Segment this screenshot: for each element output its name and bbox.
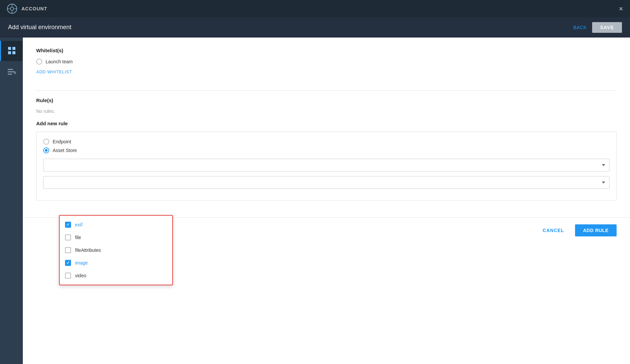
checkbox-file[interactable] (65, 234, 71, 240)
cancel-button[interactable]: CANCEL (536, 224, 571, 236)
dropdown-scroll-area[interactable]: exif file fileAttributes image video (60, 216, 172, 285)
svg-rect-11 (8, 71, 15, 72)
header-actions: BACK SAVE (573, 22, 622, 33)
svg-rect-12 (8, 74, 12, 75)
sidebar (0, 38, 23, 364)
check-item-file[interactable]: file (60, 231, 172, 244)
svg-rect-8 (8, 51, 11, 54)
check-label-video: video (75, 273, 86, 278)
top-bar: ACCOUNT × (0, 0, 630, 17)
sidebar-item-dashboard[interactable] (0, 41, 23, 61)
radio-circle-endpoint (43, 139, 49, 145)
check-label-exif: exif (75, 222, 82, 227)
dropdown-overlay: exif file fileAttributes image video (59, 215, 173, 285)
radio-circle-launch-team (36, 59, 42, 65)
rule-type-group: Endpoint Asset Store (43, 139, 610, 153)
svg-rect-10 (8, 69, 13, 70)
checkbox-video[interactable] (65, 273, 71, 279)
checkbox-fileattributes[interactable] (65, 247, 71, 253)
rule-field-dropdown-row (43, 176, 610, 189)
rules-title: Rule(s) (36, 97, 617, 103)
add-new-rule-title: Add new rule (36, 121, 617, 126)
app-title: ACCOUNT (21, 6, 47, 11)
rule-type-asset-store[interactable]: Asset Store (43, 147, 610, 153)
tasks-icon (7, 67, 16, 77)
radio-circle-asset-store (43, 147, 49, 153)
asset-store-dropdown-row (43, 159, 610, 171)
check-item-image[interactable]: image (60, 257, 172, 269)
checkbox-image[interactable] (65, 260, 71, 266)
svg-rect-9 (12, 51, 15, 54)
rules-section: Rule(s) No rules. (36, 97, 617, 114)
check-label-file: file (75, 235, 81, 240)
svg-rect-6 (8, 47, 11, 50)
top-bar-left: ACCOUNT (7, 3, 47, 14)
close-button[interactable]: × (619, 5, 623, 12)
whitelist-section: Whitelist(s) Launch team ADD WHITELIST (36, 48, 617, 84)
check-item-exif[interactable]: exif (60, 218, 172, 231)
check-label-image: image (75, 260, 88, 266)
check-item-fileattributes[interactable]: fileAttributes (60, 244, 172, 257)
grid-icon (7, 46, 16, 55)
checkbox-exif[interactable] (65, 222, 71, 228)
rule-box: Endpoint Asset Store (36, 132, 617, 201)
app-logo-icon (7, 3, 17, 14)
add-rule-button[interactable]: ADD RULE (575, 224, 617, 236)
section-divider-1 (36, 90, 617, 91)
sidebar-item-tasks[interactable] (0, 62, 23, 82)
page-title: Add virtual environment (8, 24, 71, 31)
content-inner: Whitelist(s) Launch team ADD WHITELIST R… (23, 38, 630, 217)
asset-store-select[interactable] (43, 159, 610, 171)
back-button[interactable]: BACK (573, 25, 587, 30)
check-label-fileattributes: fileAttributes (75, 247, 101, 253)
rule-type-asset-store-label: Asset Store (53, 148, 77, 153)
main-layout: ‹‹ Whitelist(s) Launch team ADD WHITELIS… (0, 38, 630, 364)
add-whitelist-button[interactable]: ADD WHITELIST (36, 69, 72, 74)
whitelist-title: Whitelist(s) (36, 48, 617, 53)
save-button[interactable]: SAVE (592, 22, 622, 33)
svg-rect-7 (12, 47, 15, 50)
whitelist-label-launch-team: Launch team (46, 59, 73, 64)
svg-point-1 (10, 7, 14, 10)
sub-header: Add virtual environment BACK SAVE (0, 17, 630, 38)
whitelist-option-launch-team[interactable]: Launch team (36, 59, 617, 65)
content-area: Whitelist(s) Launch team ADD WHITELIST R… (23, 38, 630, 364)
rule-field-select[interactable] (43, 176, 610, 189)
add-new-rule-section: Add new rule Endpoint Asset Store (36, 121, 617, 201)
check-item-video[interactable]: video (60, 269, 172, 282)
no-rules-text: No rules. (36, 108, 617, 114)
rule-type-endpoint[interactable]: Endpoint (43, 139, 610, 145)
whitelist-radio-group: Launch team (36, 59, 617, 65)
rule-type-endpoint-label: Endpoint (53, 139, 71, 144)
